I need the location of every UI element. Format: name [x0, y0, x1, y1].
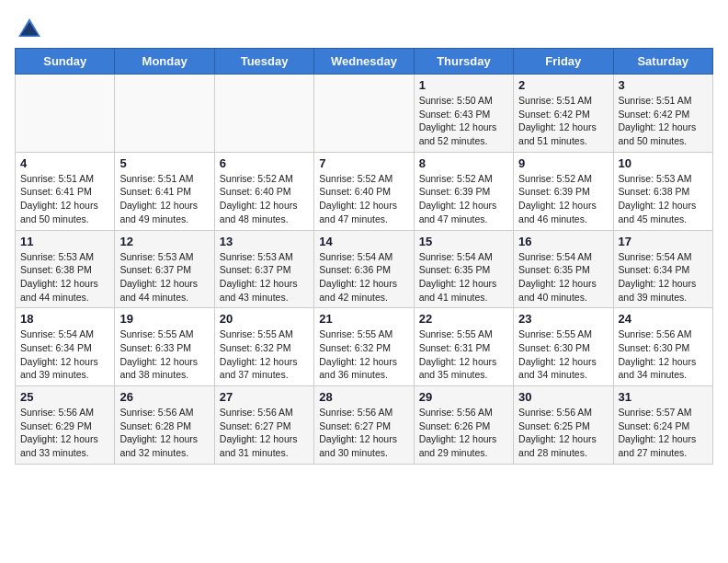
- calendar-day-24: 24Sunrise: 5:56 AMSunset: 6:30 PMDayligh…: [613, 308, 712, 386]
- weekday-saturday: Saturday: [613, 49, 712, 75]
- calendar-day-10: 10Sunrise: 5:53 AMSunset: 6:38 PMDayligh…: [613, 152, 712, 230]
- day-number: 20: [220, 312, 309, 326]
- day-number: 16: [518, 235, 608, 248]
- calendar-week-2: 4Sunrise: 5:51 AMSunset: 6:41 PMDaylight…: [16, 152, 713, 230]
- day-number: 13: [220, 235, 309, 248]
- calendar-week-4: 18Sunrise: 5:54 AMSunset: 6:34 PMDayligh…: [16, 308, 713, 386]
- calendar-day-16: 16Sunrise: 5:54 AMSunset: 6:35 PMDayligh…: [514, 230, 613, 308]
- page-header: [15, 15, 713, 44]
- day-number: 5: [119, 156, 209, 170]
- day-info: Sunrise: 5:55 AMSunset: 6:31 PMDaylight:…: [419, 327, 508, 382]
- calendar-day-12: 12Sunrise: 5:53 AMSunset: 6:37 PMDayligh…: [115, 230, 214, 308]
- weekday-header-row: SundayMondayTuesdayWednesdayThursdayFrid…: [16, 49, 713, 75]
- day-info: Sunrise: 5:53 AMSunset: 6:37 PMDaylight:…: [220, 250, 309, 304]
- calendar-day-27: 27Sunrise: 5:56 AMSunset: 6:27 PMDayligh…: [214, 386, 313, 465]
- day-number: 12: [119, 235, 209, 248]
- day-info: Sunrise: 5:53 AMSunset: 6:37 PMDaylight:…: [119, 250, 209, 304]
- calendar-day-19: 19Sunrise: 5:55 AMSunset: 6:33 PMDayligh…: [115, 308, 214, 386]
- day-number: 21: [319, 312, 408, 326]
- calendar-day-29: 29Sunrise: 5:56 AMSunset: 6:26 PMDayligh…: [414, 386, 513, 465]
- day-info: Sunrise: 5:54 AMSunset: 6:35 PMDaylight:…: [518, 250, 608, 304]
- calendar-day-26: 26Sunrise: 5:56 AMSunset: 6:28 PMDayligh…: [115, 386, 214, 465]
- day-info: Sunrise: 5:52 AMSunset: 6:39 PMDaylight:…: [419, 172, 508, 226]
- calendar-day-15: 15Sunrise: 5:54 AMSunset: 6:35 PMDayligh…: [414, 230, 513, 308]
- day-info: Sunrise: 5:56 AMSunset: 6:26 PMDaylight:…: [419, 406, 508, 460]
- day-number: 25: [20, 390, 109, 404]
- calendar-week-3: 11Sunrise: 5:53 AMSunset: 6:38 PMDayligh…: [16, 230, 713, 308]
- day-info: Sunrise: 5:56 AMSunset: 6:27 PMDaylight:…: [220, 406, 309, 460]
- day-info: Sunrise: 5:56 AMSunset: 6:28 PMDaylight:…: [119, 406, 209, 460]
- day-info: Sunrise: 5:56 AMSunset: 6:27 PMDaylight:…: [319, 406, 408, 460]
- day-info: Sunrise: 5:51 AMSunset: 6:41 PMDaylight:…: [20, 172, 109, 226]
- day-number: 15: [419, 235, 508, 248]
- weekday-wednesday: Wednesday: [314, 49, 414, 75]
- calendar-day-6: 6Sunrise: 5:52 AMSunset: 6:40 PMDaylight…: [214, 152, 313, 230]
- day-number: 28: [319, 390, 408, 404]
- day-number: 22: [419, 312, 508, 326]
- day-number: 4: [20, 156, 109, 170]
- day-info: Sunrise: 5:55 AMSunset: 6:32 PMDaylight:…: [220, 327, 309, 382]
- calendar-day-14: 14Sunrise: 5:54 AMSunset: 6:36 PMDayligh…: [314, 230, 414, 308]
- calendar-day-17: 17Sunrise: 5:54 AMSunset: 6:34 PMDayligh…: [613, 230, 712, 308]
- day-info: Sunrise: 5:53 AMSunset: 6:38 PMDaylight:…: [619, 172, 708, 226]
- weekday-thursday: Thursday: [414, 49, 513, 75]
- weekday-tuesday: Tuesday: [214, 49, 313, 75]
- calendar-day-21: 21Sunrise: 5:55 AMSunset: 6:32 PMDayligh…: [314, 308, 414, 386]
- day-number: 14: [319, 235, 408, 248]
- calendar-day-8: 8Sunrise: 5:52 AMSunset: 6:39 PMDaylight…: [414, 152, 513, 230]
- logo: [15, 15, 48, 44]
- day-info: Sunrise: 5:56 AMSunset: 6:30 PMDaylight:…: [619, 327, 708, 382]
- day-number: 31: [619, 390, 708, 404]
- day-number: 6: [220, 156, 309, 170]
- logo-icon: [15, 15, 44, 44]
- day-number: 1: [419, 78, 508, 92]
- day-number: 29: [419, 390, 508, 404]
- day-number: 9: [518, 156, 608, 170]
- calendar-day-13: 13Sunrise: 5:53 AMSunset: 6:37 PMDayligh…: [214, 230, 313, 308]
- day-number: 3: [619, 78, 708, 92]
- day-info: Sunrise: 5:52 AMSunset: 6:40 PMDaylight:…: [319, 172, 408, 226]
- calendar-day-25: 25Sunrise: 5:56 AMSunset: 6:29 PMDayligh…: [16, 386, 115, 465]
- day-number: 11: [20, 235, 109, 248]
- day-info: Sunrise: 5:54 AMSunset: 6:34 PMDaylight:…: [20, 327, 109, 382]
- calendar-body: 1Sunrise: 5:50 AMSunset: 6:43 PMDaylight…: [16, 75, 713, 465]
- day-number: 24: [619, 312, 708, 326]
- weekday-sunday: Sunday: [16, 49, 115, 75]
- calendar-header: SundayMondayTuesdayWednesdayThursdayFrid…: [16, 49, 713, 75]
- day-info: Sunrise: 5:56 AMSunset: 6:29 PMDaylight:…: [20, 406, 109, 460]
- calendar-day-28: 28Sunrise: 5:56 AMSunset: 6:27 PMDayligh…: [314, 386, 414, 465]
- day-info: Sunrise: 5:57 AMSunset: 6:24 PMDaylight:…: [619, 406, 708, 460]
- weekday-friday: Friday: [514, 49, 613, 75]
- day-number: 18: [20, 312, 109, 326]
- day-number: 7: [319, 156, 408, 170]
- calendar-day-11: 11Sunrise: 5:53 AMSunset: 6:38 PMDayligh…: [16, 230, 115, 308]
- day-number: 8: [419, 156, 508, 170]
- day-number: 10: [619, 156, 708, 170]
- day-info: Sunrise: 5:52 AMSunset: 6:39 PMDaylight:…: [518, 172, 608, 226]
- calendar-day-2: 2Sunrise: 5:51 AMSunset: 6:42 PMDaylight…: [514, 75, 613, 153]
- day-number: 26: [119, 390, 209, 404]
- calendar-day-23: 23Sunrise: 5:55 AMSunset: 6:30 PMDayligh…: [514, 308, 613, 386]
- calendar-day-7: 7Sunrise: 5:52 AMSunset: 6:40 PMDaylight…: [314, 152, 414, 230]
- day-number: 30: [518, 390, 608, 404]
- calendar-week-5: 25Sunrise: 5:56 AMSunset: 6:29 PMDayligh…: [16, 386, 713, 465]
- empty-cell: [16, 75, 115, 153]
- day-info: Sunrise: 5:54 AMSunset: 6:34 PMDaylight:…: [619, 250, 708, 304]
- calendar-day-20: 20Sunrise: 5:55 AMSunset: 6:32 PMDayligh…: [214, 308, 313, 386]
- day-info: Sunrise: 5:54 AMSunset: 6:36 PMDaylight:…: [319, 250, 408, 304]
- calendar-day-1: 1Sunrise: 5:50 AMSunset: 6:43 PMDaylight…: [414, 75, 513, 153]
- day-number: 17: [619, 235, 708, 248]
- day-info: Sunrise: 5:56 AMSunset: 6:25 PMDaylight:…: [518, 406, 608, 460]
- empty-cell: [214, 75, 313, 153]
- day-info: Sunrise: 5:51 AMSunset: 6:42 PMDaylight:…: [619, 94, 708, 148]
- day-info: Sunrise: 5:52 AMSunset: 6:40 PMDaylight:…: [220, 172, 309, 226]
- day-number: 2: [518, 78, 608, 92]
- day-info: Sunrise: 5:55 AMSunset: 6:33 PMDaylight:…: [119, 327, 209, 382]
- calendar-day-18: 18Sunrise: 5:54 AMSunset: 6:34 PMDayligh…: [16, 308, 115, 386]
- weekday-monday: Monday: [115, 49, 214, 75]
- calendar-day-22: 22Sunrise: 5:55 AMSunset: 6:31 PMDayligh…: [414, 308, 513, 386]
- calendar-day-9: 9Sunrise: 5:52 AMSunset: 6:39 PMDaylight…: [514, 152, 613, 230]
- day-info: Sunrise: 5:55 AMSunset: 6:30 PMDaylight:…: [518, 327, 608, 382]
- day-info: Sunrise: 5:51 AMSunset: 6:42 PMDaylight:…: [518, 94, 608, 148]
- day-number: 19: [119, 312, 209, 326]
